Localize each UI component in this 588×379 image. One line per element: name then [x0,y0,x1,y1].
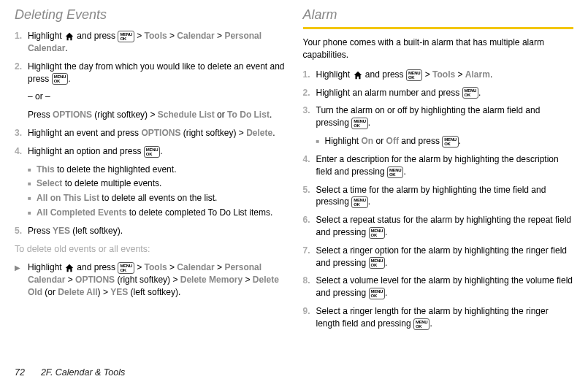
step-num-4: 4. [15,145,28,158]
step-num-1: 1. [15,30,28,55]
menu-ok-icon: MENUOK [369,288,385,299]
left-section-title: Deleting Events [15,6,286,24]
menu-ok-icon: MENUOK [52,73,68,85]
menu-ok-icon: MENUOK [118,31,134,42]
rstep9-body: Select a ringer length for the alarm by … [316,305,574,330]
rstep4-num: 4. [303,153,316,178]
rstep8-num: 8. [303,275,316,299]
menu-ok-icon: MENUOK [387,166,403,178]
bullet-all-completed: ■All Completed Events to delete complete… [28,207,286,219]
menu-ok-icon: MENUOK [406,69,422,81]
chapter-label: 2F. Calendar & Tools [41,367,125,380]
bullet-all-list: ■All on This List to delete all events o… [28,192,286,204]
step3-body: Highlight an event and press OPTIONS (ri… [28,127,286,139]
rstep6-body: Select a repeat status for the alarm by … [316,214,574,239]
rstep7-num: 7. [303,245,316,269]
delete-old-all: Highlight and press MENUOK > Tools > Cal… [28,261,286,298]
menu-ok-icon: MENUOK [442,136,458,148]
subhead: To delete old events or all events: [15,243,286,256]
rstep1-body: Highlight and press MENUOK > Tools > Ala… [316,69,574,81]
menu-ok-icon: MENUOK [351,118,367,129]
bullet-select: ■Select to delete multiple events. [28,177,286,190]
yellow-divider [303,27,574,29]
page-number: 72 [15,367,25,380]
rstep2-num: 2. [303,87,316,99]
or-divider: – or – [28,91,286,103]
rstep3-num: 3. [303,104,316,129]
rstep5-num: 5. [303,184,316,209]
rstep5-body: Select a time for the alarm by highlight… [316,184,574,209]
home-icon [64,31,75,42]
step-num-5: 5. [15,225,28,237]
step2-body: Highlight the day from which you would l… [28,61,286,85]
right-section-title: Alarm [303,6,574,24]
rstep1-num: 1. [303,69,316,81]
step1-body: Highlight and press MENUOK > Tools > Cal… [28,30,286,55]
home-icon [353,70,363,80]
menu-ok-icon: MENUOK [462,87,478,99]
rstep3-body: Turn the alarm on or off by highlighting… [316,104,574,129]
rstep6-num: 6. [303,214,316,239]
rstep4-body: Enter a description for the alarm by hig… [316,153,574,178]
home-icon [64,263,75,273]
step-num-2: 2. [15,61,28,85]
menu-ok-icon: MENUOK [413,318,429,330]
menu-ok-icon: MENUOK [369,227,385,239]
step4-body: Highlight an option and press MENUOK. [28,145,286,158]
menu-ok-icon: MENUOK [369,257,385,269]
menu-ok-icon: MENUOK [118,262,134,274]
triangle-bullet-icon: ▶ [15,261,28,298]
menu-ok-icon: MENUOK [351,196,367,208]
bullet-this: ■This to delete the highlighted event. [28,164,286,176]
menu-ok-icon: MENUOK [144,146,160,158]
rstep2-body: Highlight an alarm number and press MENU… [316,87,574,99]
step5-body: Press YES (left softkey). [28,225,286,237]
rstep9-num: 9. [303,305,316,330]
step-num-3: 3. [15,127,28,139]
step2-alt: Press OPTIONS (right softkey) > Schedule… [28,109,286,121]
alarm-intro: Your phone comes with a built-in alarm t… [303,37,574,61]
rstep7-body: Select a ringer option for the alarm by … [316,245,574,269]
rstep3-sub: ■Highlight On or Off and press MENUOK. [316,135,574,148]
rstep8-body: Select a volume level for the alarm by h… [316,275,574,299]
